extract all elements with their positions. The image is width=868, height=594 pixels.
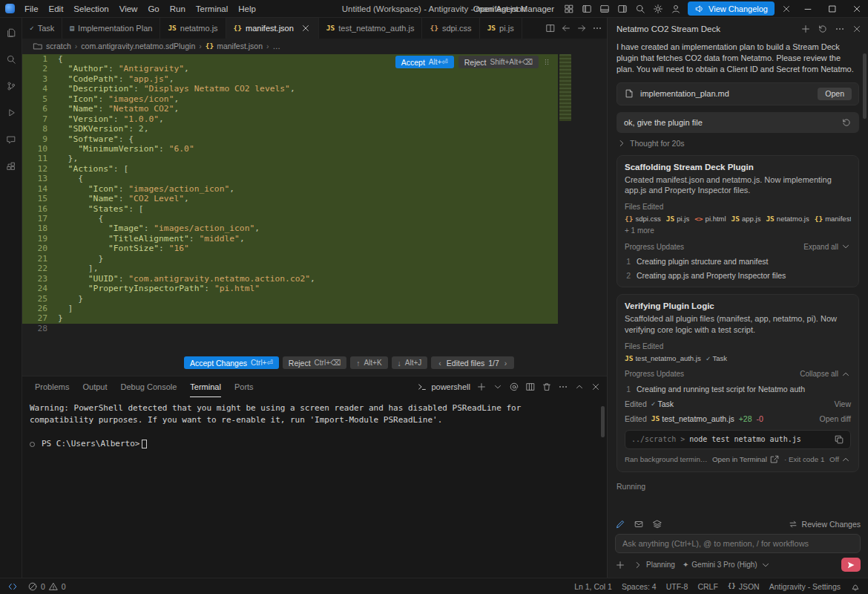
edited-file-row[interactable]: Edited JStest_netatmo_auth.js +28 -0 Ope…: [625, 414, 851, 423]
edited-file-row[interactable]: Edited ✓Task View: [625, 399, 851, 408]
review-changes-button[interactable]: Review Changes: [788, 519, 861, 529]
collapse-all-button[interactable]: Collapse all: [800, 369, 851, 379]
terminal-dropdown-icon[interactable]: [493, 382, 503, 392]
add-context-icon[interactable]: [615, 560, 625, 570]
panel-right-icon[interactable]: [614, 1, 631, 16]
minimize-button[interactable]: [797, 0, 819, 18]
breadcrumb-item[interactable]: {}manifest.json: [206, 42, 263, 50]
file-chip[interactable]: JSnetatmo.js: [766, 215, 809, 223]
agent-input[interactable]: [615, 534, 861, 553]
model-selector[interactable]: ✦ Gemini 3 Pro (High): [683, 560, 771, 570]
source-control-icon[interactable]: [2, 77, 20, 95]
tab-task[interactable]: ✓Task: [22, 18, 62, 39]
auto-run-toggle[interactable]: Off: [829, 454, 851, 465]
panel-tab-output[interactable]: Output: [82, 376, 107, 397]
breadcrumb-item[interactable]: scratch: [33, 41, 71, 51]
edited-files-navigator[interactable]: ‹Edited files1/7›: [431, 356, 514, 369]
history-icon[interactable]: [818, 24, 828, 34]
new-terminal-icon[interactable]: [476, 382, 487, 392]
menu-run[interactable]: Run: [165, 4, 191, 13]
chat-icon[interactable]: [2, 131, 20, 148]
drag-handle-icon[interactable]: [543, 57, 550, 67]
account-icon[interactable]: [668, 1, 684, 16]
mode-selector[interactable]: Planning: [633, 560, 675, 570]
mail-icon[interactable]: [634, 519, 644, 529]
panel-tab-ports[interactable]: Ports: [234, 376, 254, 397]
edit-file-icon[interactable]: [615, 519, 625, 529]
file-chip[interactable]: {}sdpi.css: [625, 215, 661, 223]
tab-implementation-plan[interactable]: ▤Implementation Plan: [62, 18, 160, 39]
panel-tab-problems[interactable]: Problems: [35, 376, 69, 397]
panel-tab-terminal[interactable]: Terminal: [190, 376, 221, 397]
menu-go[interactable]: Go: [142, 4, 164, 13]
file-chip[interactable]: <>pi.html: [694, 215, 726, 223]
tab-test-netatmo-auth-js[interactable]: JStest_netatmo_auth.js: [319, 18, 423, 39]
encoding-status[interactable]: UTF-8: [666, 582, 688, 591]
tab-netatmo-js[interactable]: JSnetatmo.js: [160, 18, 226, 39]
more-actions-icon[interactable]: [592, 23, 602, 33]
language-mode-status[interactable]: {} JSON: [728, 582, 760, 591]
terminal-scrollbar[interactable]: [601, 406, 605, 437]
tab-manifest-json[interactable]: {}manifest.json: [226, 18, 319, 39]
terminal[interactable]: Warning: PowerShell detected that you mi…: [22, 397, 607, 578]
restore-checkpoint-icon[interactable]: [841, 117, 852, 128]
settings-status[interactable]: Antigravity - Settings: [769, 582, 841, 591]
plan-file-card[interactable]: implementation_plan.md Open: [617, 82, 859, 105]
next-change-button[interactable]: ↓Alt+J: [392, 356, 428, 369]
panel-bottom-icon[interactable]: [596, 1, 613, 16]
layers-icon[interactable]: [652, 519, 662, 529]
panel-tab-debug-console[interactable]: Debug Console: [121, 376, 177, 397]
menu-terminal[interactable]: Terminal: [191, 4, 233, 13]
more-files-button[interactable]: + 1 more: [625, 226, 851, 235]
minimap[interactable]: [559, 54, 571, 121]
accept-button[interactable]: AcceptAlt+⏎: [395, 56, 454, 68]
split-terminal-icon[interactable]: [525, 382, 536, 392]
view-button[interactable]: View: [834, 399, 851, 408]
eol-status[interactable]: CRLF: [697, 582, 717, 591]
close-panel-icon[interactable]: [591, 382, 601, 392]
menu-help[interactable]: Help: [233, 4, 261, 13]
breadcrumb[interactable]: scratch›com.antigravity.netatmo.sdPlugin…: [22, 39, 607, 53]
panel-more-icon[interactable]: [558, 382, 568, 392]
file-chip[interactable]: JStest_netatmo_auth.js: [625, 354, 701, 362]
cursor-position-status[interactable]: Ln 1, Col 1: [574, 582, 612, 591]
grid-icon[interactable]: [561, 1, 577, 16]
send-button[interactable]: [841, 558, 861, 572]
previous-change-button[interactable]: ↑Alt+K: [350, 356, 387, 369]
close-tab-icon[interactable]: [300, 23, 311, 33]
file-chip[interactable]: JSapp.js: [731, 215, 761, 223]
kill-terminal-icon[interactable]: [542, 382, 552, 392]
open-in-terminal-link[interactable]: Open in Terminal: [712, 454, 780, 465]
expand-all-button[interactable]: Expand all: [803, 241, 851, 252]
run-debug-icon[interactable]: [2, 104, 20, 122]
panel-left-icon[interactable]: [579, 1, 595, 16]
open-plan-button[interactable]: Open: [818, 88, 852, 100]
close-agent-panel-icon[interactable]: [852, 24, 862, 34]
split-editor-icon[interactable]: [545, 23, 556, 33]
file-chip[interactable]: JSpi.js: [666, 215, 689, 223]
new-conversation-icon[interactable]: [800, 24, 811, 34]
breadcrumb-item[interactable]: …: [273, 42, 281, 50]
search-icon[interactable]: [2, 50, 20, 68]
shell-selector[interactable]: powershell: [417, 382, 470, 392]
navigate-back-icon[interactable]: [561, 23, 571, 33]
bell-icon[interactable]: [850, 581, 861, 592]
breadcrumb-item[interactable]: com.antigravity.netatmo.sdPlugin: [81, 42, 195, 50]
close-window-button[interactable]: [846, 0, 868, 18]
view-changelog-button[interactable]: View Changelog: [688, 1, 775, 16]
explorer-icon[interactable]: [2, 24, 20, 42]
menu-view[interactable]: View: [114, 4, 143, 13]
dismiss-changelog-icon[interactable]: [778, 1, 795, 16]
tab-pi-js[interactable]: JSpi.js: [480, 18, 522, 39]
menu-selection[interactable]: Selection: [68, 4, 114, 13]
extensions-icon[interactable]: [2, 157, 20, 175]
thought-toggle[interactable]: Thought for 20s: [617, 138, 859, 148]
copy-icon[interactable]: [834, 434, 844, 445]
open-diff-button[interactable]: Open diff: [820, 414, 851, 423]
accept-changes-button[interactable]: Accept ChangesCtrl+⏎: [184, 356, 279, 369]
navigate-forward-icon[interactable]: [576, 23, 587, 33]
menu-file[interactable]: File: [19, 4, 44, 13]
gear-icon[interactable]: [650, 1, 666, 16]
maximize-panel-icon[interactable]: [574, 382, 585, 392]
problems-status[interactable]: 0 0: [27, 581, 66, 592]
